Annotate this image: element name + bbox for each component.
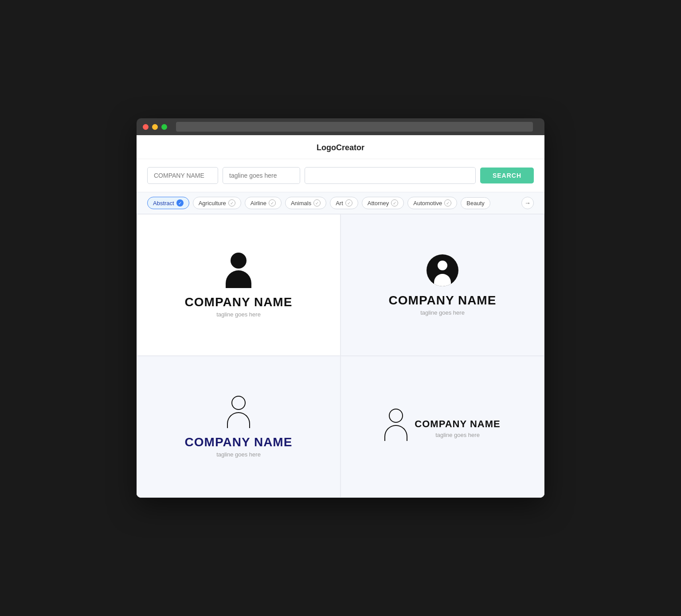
logo-cell-2[interactable]: COMPANY NAME tagline goes here	[340, 214, 544, 356]
logo-cell-3[interactable]: COMPANY NAME tagline goes here	[137, 356, 340, 498]
category-art[interactable]: Art ✓	[330, 197, 358, 209]
app-title-text: LogoCreator	[317, 143, 364, 152]
category-beauty-label: Beauty	[466, 200, 484, 207]
browser-window: LogoCreator SEARCH Abstract ✓ Agricultur…	[137, 118, 544, 498]
app-body: LogoCreator SEARCH Abstract ✓ Agricultur…	[137, 135, 544, 498]
logo-cell-4[interactable]: COMPANY NAME tagline goes here	[340, 356, 544, 498]
logo-2-company-name: COMPANY NAME	[389, 293, 497, 308]
person-circle-head	[438, 261, 447, 270]
person-circle-body	[434, 274, 451, 286]
person-outline-body	[227, 412, 250, 428]
person-side-icon	[384, 409, 407, 441]
category-abstract-check: ✓	[176, 199, 184, 207]
person-outline-head	[231, 396, 246, 410]
logo-4-company-name: COMPANY NAME	[415, 418, 500, 430]
category-art-check: ✓	[345, 199, 352, 207]
person-circle-icon	[427, 254, 458, 286]
category-attorney[interactable]: Attorney ✓	[362, 197, 404, 209]
category-abstract-label: Abstract	[153, 200, 174, 207]
person-side-head	[389, 409, 403, 423]
url-bar[interactable]	[176, 122, 533, 132]
logo-icon-1	[226, 253, 251, 288]
logo-4-inner: COMPANY NAME tagline goes here	[384, 409, 500, 445]
category-agriculture-check: ✓	[228, 199, 235, 207]
logo-3-tagline: tagline goes here	[216, 451, 261, 458]
category-abstract[interactable]: Abstract ✓	[147, 197, 189, 209]
category-automotive-check: ✓	[444, 199, 451, 207]
category-art-label: Art	[336, 200, 343, 207]
category-automotive[interactable]: Automotive ✓	[407, 197, 457, 209]
extra-input[interactable]	[305, 167, 476, 184]
logo-icon-2	[427, 254, 458, 286]
logo-2-tagline: tagline goes here	[420, 309, 465, 316]
category-automotive-label: Automotive	[413, 200, 442, 207]
category-animals[interactable]: Animals ✓	[285, 197, 326, 209]
company-name-input[interactable]	[147, 167, 218, 184]
person-outline-icon	[227, 396, 250, 428]
category-airline-check: ✓	[269, 199, 276, 207]
person-head	[231, 253, 247, 269]
logo-4-tagline: tagline goes here	[415, 432, 500, 438]
logo-icon-4	[384, 409, 407, 441]
person-side-body	[384, 425, 407, 441]
person-body	[226, 270, 251, 288]
category-attorney-check: ✓	[391, 199, 398, 207]
category-airline[interactable]: Airline ✓	[245, 197, 282, 209]
search-button[interactable]: SEARCH	[480, 168, 534, 183]
logo-4-text: COMPANY NAME tagline goes here	[415, 416, 500, 438]
minimize-button-dot[interactable]	[152, 124, 158, 130]
category-agriculture[interactable]: Agriculture ✓	[193, 197, 241, 209]
category-animals-check: ✓	[313, 199, 321, 207]
browser-titlebar	[137, 118, 544, 135]
tagline-input[interactable]	[223, 167, 300, 184]
logo-grid: COMPANY NAME tagline goes here COMPANY N…	[137, 214, 544, 498]
search-button-label: SEARCH	[493, 172, 521, 179]
logo-1-company-name: COMPANY NAME	[185, 295, 293, 309]
category-attorney-label: Attorney	[368, 200, 389, 207]
category-animals-label: Animals	[291, 200, 311, 207]
person-filled-icon	[226, 253, 251, 288]
category-airline-label: Airline	[250, 200, 266, 207]
category-bar: Abstract ✓ Agriculture ✓ Airline ✓ Anima…	[137, 192, 544, 214]
maximize-button-dot[interactable]	[161, 124, 167, 130]
logo-cell-1[interactable]: COMPANY NAME tagline goes here	[137, 214, 340, 356]
category-beauty[interactable]: Beauty	[461, 197, 490, 209]
search-bar: SEARCH	[137, 159, 544, 192]
logo-1-tagline: tagline goes here	[216, 311, 261, 318]
close-button-dot[interactable]	[143, 124, 149, 130]
app-title: LogoCreator	[137, 135, 544, 159]
category-next-button[interactable]: →	[521, 197, 534, 209]
logo-icon-3	[227, 396, 250, 428]
logo-3-company-name: COMPANY NAME	[185, 435, 293, 449]
category-agriculture-label: Agriculture	[199, 200, 226, 207]
